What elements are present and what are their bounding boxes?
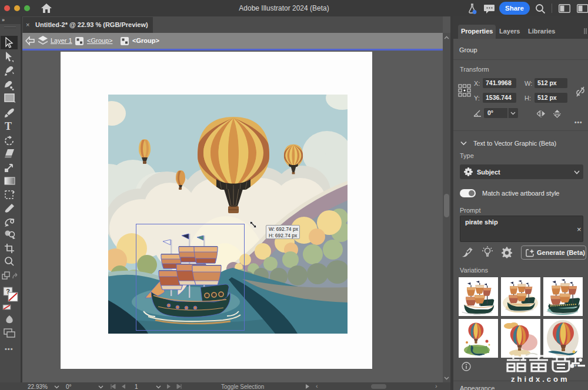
svg-text:zhidx.com: zhidx.com [511,375,570,384]
